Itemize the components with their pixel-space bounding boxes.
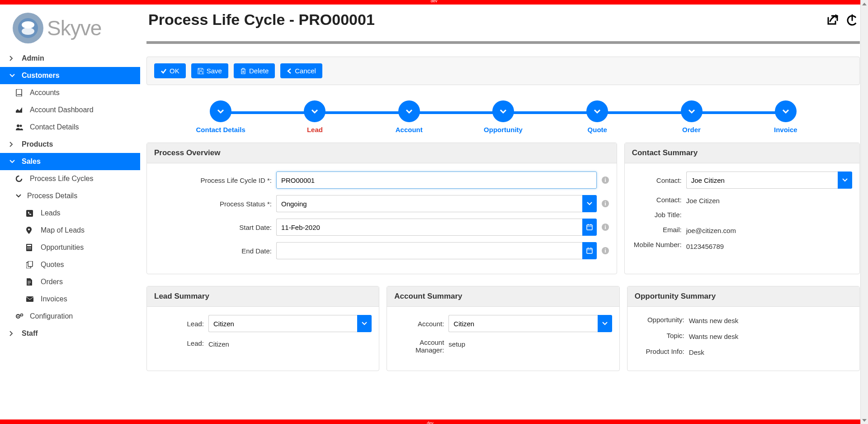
chevron-down-icon bbox=[9, 73, 16, 78]
cancel-button[interactable]: Cancel bbox=[280, 63, 322, 78]
step-label: Account bbox=[396, 126, 423, 133]
dev-top-bar: dev bbox=[0, 0, 868, 5]
start-date-input[interactable] bbox=[276, 219, 582, 236]
svg-point-14 bbox=[29, 248, 30, 249]
vertical-scrollbar[interactable] bbox=[860, 0, 868, 376]
svg-point-23 bbox=[18, 316, 19, 317]
step-label: Opportunity bbox=[484, 126, 523, 133]
step-order[interactable]: Order bbox=[644, 100, 738, 133]
email-value: joe@citizen.com bbox=[686, 225, 736, 234]
lead-select[interactable] bbox=[208, 315, 357, 332]
chevron-right-icon bbox=[9, 55, 16, 62]
step-opportunity[interactable]: Opportunity bbox=[456, 100, 550, 133]
svg-point-11 bbox=[29, 247, 30, 248]
sidebar-item-accounts[interactable]: Accounts bbox=[6, 84, 140, 101]
dev-tag: dev bbox=[428, 0, 440, 3]
dropdown-toggle[interactable] bbox=[838, 172, 852, 189]
end-date-input[interactable] bbox=[276, 242, 582, 259]
step-lead[interactable]: Lead bbox=[268, 100, 362, 133]
save-label: Save bbox=[207, 67, 222, 75]
sidebar-item-process-life-cycles[interactable]: Process Life Cycles bbox=[6, 170, 140, 187]
sidebar-label-accounts: Accounts bbox=[30, 89, 60, 97]
calendar-button[interactable] bbox=[582, 219, 597, 236]
info-icon[interactable]: i bbox=[601, 176, 609, 184]
brand-logo[interactable]: Skyve bbox=[0, 5, 140, 50]
ok-button[interactable]: OK bbox=[154, 63, 186, 78]
trash-icon bbox=[240, 68, 246, 74]
chevron-down-icon bbox=[15, 194, 22, 198]
form-label: Contact: bbox=[632, 196, 682, 204]
sidebar-label-account-dashboard: Account Dashboard bbox=[30, 106, 94, 114]
calculator-icon bbox=[26, 244, 35, 251]
sidebar-item-orders[interactable]: Orders bbox=[11, 273, 140, 291]
sidebar-item-configuration[interactable]: Configuration bbox=[6, 308, 140, 325]
svg-point-12 bbox=[30, 247, 31, 248]
svg-rect-31 bbox=[587, 225, 592, 230]
sidebar-item-process-details[interactable]: Process Details bbox=[6, 187, 140, 205]
share-icon[interactable] bbox=[826, 14, 838, 26]
sidebar-item-leads[interactable]: Leads bbox=[11, 205, 140, 222]
process-status-select[interactable] bbox=[276, 195, 582, 212]
sidebar-item-contact-details[interactable]: Contact Details bbox=[6, 119, 140, 136]
dropdown-toggle[interactable] bbox=[357, 315, 372, 332]
sidebar-item-invoices[interactable]: Invoices bbox=[11, 291, 140, 308]
svg-point-3 bbox=[17, 124, 19, 127]
info-icon[interactable]: i bbox=[601, 247, 609, 255]
main-content: Process Life Cycle - PRO00001 OK Save bbox=[140, 5, 868, 376]
process-id-input[interactable] bbox=[276, 172, 597, 189]
panel-heading: Lead Summary bbox=[147, 286, 379, 307]
chevron-down-icon bbox=[593, 107, 601, 115]
step-account[interactable]: Account bbox=[362, 100, 456, 133]
chevron-right-icon bbox=[9, 141, 16, 148]
sidebar-label-opportunities: Opportunities bbox=[41, 243, 84, 252]
opportunity-summary-panel: Opportunity Summary Opportunity: Wants n… bbox=[627, 286, 860, 371]
sidebar-section-customers[interactable]: Customers bbox=[0, 67, 140, 84]
sidebar-label-sales: Sales bbox=[22, 157, 41, 166]
sidebar-item-map-of-leads[interactable]: Map of Leads bbox=[11, 222, 140, 239]
sidebar-label-contact-details: Contact Details bbox=[30, 123, 79, 131]
phone-square-icon bbox=[26, 210, 35, 217]
scroll-up-icon[interactable] bbox=[861, 0, 868, 8]
chevron-down-icon bbox=[217, 107, 225, 115]
dropdown-toggle[interactable] bbox=[598, 315, 612, 332]
contact-select[interactable] bbox=[686, 172, 838, 189]
panel-heading: Opportunity Summary bbox=[627, 286, 859, 307]
map-marker-icon bbox=[26, 227, 35, 234]
step-label: Order bbox=[682, 126, 701, 133]
account-select[interactable] bbox=[448, 315, 597, 332]
form-label: Topic: bbox=[635, 332, 684, 339]
power-icon[interactable] bbox=[846, 14, 858, 26]
sidebar-item-account-dashboard[interactable]: Account Dashboard bbox=[6, 101, 140, 119]
account-summary-panel: Account Summary Account: Account Manager… bbox=[387, 286, 619, 371]
sidebar-section-staff[interactable]: Staff bbox=[0, 325, 140, 342]
sidebar-label-plc: Process Life Cycles bbox=[30, 175, 94, 183]
sidebar-item-quotes[interactable]: Quotes bbox=[11, 256, 140, 273]
delete-button[interactable]: Delete bbox=[234, 63, 275, 78]
panel-heading: Contact Summary bbox=[625, 143, 859, 163]
step-quote[interactable]: Quote bbox=[550, 100, 644, 133]
step-label: Quote bbox=[588, 126, 607, 133]
chevron-down-icon bbox=[688, 107, 696, 115]
sidebar-section-products[interactable]: Products bbox=[0, 136, 140, 153]
area-chart-icon bbox=[15, 106, 24, 114]
topic-value: Wants new desk bbox=[689, 331, 739, 340]
sidebar-section-sales[interactable]: Sales bbox=[0, 153, 140, 170]
svg-rect-6 bbox=[26, 210, 33, 217]
chevron-down-icon bbox=[405, 107, 413, 115]
sidebar-label-orders: Orders bbox=[41, 278, 63, 286]
form-label: End Date: bbox=[154, 247, 272, 255]
dropdown-toggle[interactable] bbox=[582, 195, 597, 212]
svg-point-15 bbox=[30, 248, 31, 249]
step-contact-details[interactable]: Contact Details bbox=[174, 100, 268, 133]
brand-name: Skyve bbox=[47, 16, 101, 40]
step-invoice[interactable]: Invoice bbox=[739, 100, 833, 133]
form-label: Start Date: bbox=[154, 224, 272, 231]
sidebar-label-invoices: Invoices bbox=[41, 295, 67, 303]
lead-summary-panel: Lead Summary Lead: Lead: Citizen bbox=[146, 286, 379, 371]
sidebar-section-admin[interactable]: Admin bbox=[0, 50, 140, 67]
info-icon[interactable]: i bbox=[601, 223, 609, 231]
calendar-button[interactable] bbox=[582, 242, 597, 259]
save-button[interactable]: Save bbox=[191, 63, 228, 78]
info-icon[interactable]: i bbox=[601, 200, 609, 208]
sidebar-item-opportunities[interactable]: Opportunities bbox=[11, 239, 140, 256]
